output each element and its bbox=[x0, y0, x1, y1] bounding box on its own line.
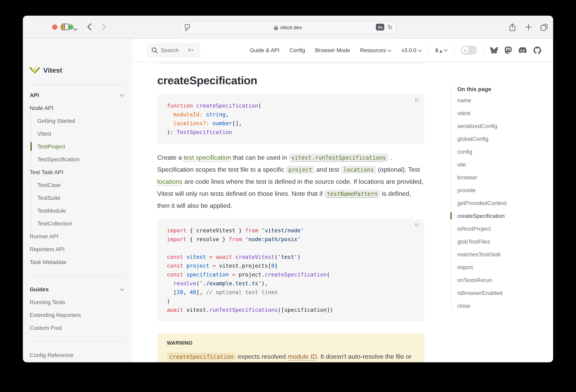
outline-item-close[interactable]: close bbox=[457, 299, 551, 312]
outline-item-vite[interactable]: vite bbox=[457, 158, 551, 171]
doc-navbar: Search ⌘K Guide & APIConfigBrowser ModeR… bbox=[132, 38, 553, 62]
sidebar-menu-chevron-icon[interactable] bbox=[73, 25, 77, 32]
outline-item-serializedconfig[interactable]: serializedConfig bbox=[457, 120, 551, 132]
sidebar-item-label: Task Metadata bbox=[30, 259, 66, 265]
sidebar-item-testspecification[interactable]: TestSpecification bbox=[31, 153, 132, 166]
sidebar-subitems: TestCaseTestSuiteTestModuleTestCollectio… bbox=[31, 179, 132, 230]
nav-item-label: Config bbox=[289, 47, 305, 53]
search-input[interactable]: Search ⌘K bbox=[147, 43, 200, 58]
outline-item-browser[interactable]: browser bbox=[457, 171, 551, 184]
sidebar-item-test-task-api[interactable]: Test Task API bbox=[23, 166, 132, 179]
warning-text: createSpecification expects resolved mod… bbox=[167, 351, 415, 362]
code-block-example[interactable]: ts import { createVitest } from 'vitest/… bbox=[157, 219, 424, 321]
outline-item-vitest[interactable]: vitest bbox=[457, 107, 551, 120]
sidebar-item-label: Getting Started bbox=[37, 118, 75, 124]
address-bar[interactable]: vitest.dev Aa ↻ bbox=[180, 21, 396, 34]
nav-item-guide-api[interactable]: Guide & API bbox=[250, 47, 279, 53]
code-line: ): TestSpecification bbox=[167, 128, 415, 136]
sidebar-item-node-api[interactable]: Node API bbox=[23, 101, 132, 114]
sidebar-item-testsuite[interactable]: TestSuite bbox=[31, 191, 132, 204]
sidebar-item-label: Running Tests bbox=[30, 299, 65, 305]
sidebar-item-task-metadata[interactable]: Task Metadata bbox=[23, 256, 132, 269]
share-icon[interactable] bbox=[509, 23, 516, 33]
reader-view-icon[interactable] bbox=[184, 24, 191, 33]
github-icon[interactable] bbox=[533, 46, 541, 54]
sidebar: Vitest APINode APIGetting StartedVitestT… bbox=[23, 38, 132, 362]
outline-item-matchestestglob[interactable]: matchesTestGlob bbox=[457, 248, 551, 261]
divider bbox=[454, 45, 455, 55]
outline-rule bbox=[451, 85, 451, 309]
mastodon-icon[interactable] bbox=[505, 46, 512, 54]
outline-item-globtestfiles[interactable]: globTestFiles bbox=[457, 235, 551, 248]
inline-link[interactable]: locations bbox=[157, 178, 182, 185]
outline-item-createspecification[interactable]: createSpecification bbox=[457, 210, 551, 222]
sidebar-item-runner-api[interactable]: Runner API bbox=[23, 230, 132, 243]
site-title: Vitest bbox=[43, 67, 62, 75]
outline-item-isbrowserenabled[interactable]: isBrowserEnabled bbox=[457, 286, 551, 299]
inline-code-link[interactable]: testNamePattern bbox=[324, 190, 380, 197]
nav-item-browser-mode[interactable]: Browser Mode bbox=[315, 47, 350, 53]
theme-toggle[interactable]: ☼ bbox=[461, 46, 477, 55]
code-block-signature[interactable]: ts function createSpecification( moduleI… bbox=[157, 94, 424, 144]
inline-link[interactable]: test specification bbox=[184, 154, 231, 161]
translate-icon: ẍ bbox=[435, 47, 438, 53]
language-menu[interactable]: ẍA bbox=[435, 47, 448, 54]
code-line bbox=[167, 243, 415, 252]
sidebar-item-config-reference[interactable]: Config Reference bbox=[23, 349, 132, 362]
inline-code: createSpecification bbox=[167, 353, 236, 361]
sidebar-item-api[interactable]: API bbox=[23, 89, 132, 101]
sidebar-item-testmodule[interactable]: TestModule bbox=[31, 204, 132, 217]
outline-item-globalconfig[interactable]: globalConfig bbox=[457, 132, 551, 145]
sidebar-item-running-tests[interactable]: Running Tests bbox=[23, 296, 132, 308]
outline-item-provide[interactable]: provide bbox=[457, 184, 551, 197]
sidebar-item-testcase[interactable]: TestCase bbox=[31, 179, 132, 191]
article: createSpecification ts function createSp… bbox=[157, 62, 424, 362]
nav-item-label: Resources bbox=[360, 47, 386, 53]
inline-code: locations bbox=[341, 166, 376, 174]
code-line: [20, 40], // optional test lines bbox=[167, 288, 415, 297]
outline-item-isrootproject[interactable]: isRootProject bbox=[457, 222, 551, 235]
sidebar-toggle-icon[interactable] bbox=[61, 23, 69, 32]
code-line: ) bbox=[167, 297, 415, 305]
new-tab-icon[interactable] bbox=[525, 24, 532, 32]
divider bbox=[23, 269, 132, 283]
outline-item-name[interactable]: name bbox=[457, 94, 551, 107]
outline-item-config[interactable]: config bbox=[457, 145, 551, 158]
sidebar-item-testcollection[interactable]: TestCollection bbox=[31, 217, 132, 230]
outline-item-getprovidedcontext[interactable]: getProvidedContext bbox=[457, 197, 551, 210]
nav-item-resources[interactable]: Resources bbox=[360, 47, 392, 53]
sidebar-item-extending-reporters[interactable]: Extending Reporters bbox=[23, 308, 132, 321]
inline-code-link[interactable]: vitest.runTestSpecifications bbox=[289, 154, 388, 161]
sidebar-item-getting-started[interactable]: Getting Started bbox=[31, 114, 132, 127]
close-window-button[interactable] bbox=[52, 25, 57, 30]
discord-icon[interactable] bbox=[519, 47, 527, 53]
tab-overview-icon[interactable] bbox=[540, 23, 548, 32]
sidebar-item-label: Node API bbox=[30, 105, 53, 111]
reload-icon[interactable]: ↻ bbox=[388, 24, 393, 30]
code-line: await vitest.runTestSpecifications([spec… bbox=[167, 305, 415, 314]
sidebar-item-label: Runner API bbox=[30, 233, 58, 240]
sidebar-item-custom-pool[interactable]: Custom Pool bbox=[23, 321, 132, 334]
sidebar-item-vitest[interactable]: Vitest bbox=[31, 127, 132, 140]
back-button[interactable] bbox=[87, 23, 91, 32]
inline-link[interactable]: module ID bbox=[288, 353, 317, 360]
nav-item-v3-0-0[interactable]: v3.0.0 bbox=[402, 47, 422, 53]
bluesky-icon[interactable] bbox=[490, 47, 498, 54]
on-this-page-outline: On this page namevitestserializedConfigg… bbox=[451, 85, 551, 312]
site-logo[interactable]: Vitest bbox=[30, 66, 62, 75]
sidebar-item-test-api-reference[interactable]: Test API Reference bbox=[23, 362, 132, 362]
sidebar-item-testproject[interactable]: TestProject bbox=[31, 140, 132, 153]
sidebar-item-reporters-api[interactable]: Reporters API bbox=[23, 243, 132, 256]
translate-page-icon[interactable]: Aa bbox=[376, 24, 384, 30]
screen: vitest.dev Aa ↻ bbox=[0, 0, 576, 392]
outline-item-import[interactable]: import bbox=[457, 261, 551, 274]
nav-item-config[interactable]: Config bbox=[289, 47, 305, 53]
navbar-right: Guide & APIConfigBrowser ModeResourcesv3… bbox=[250, 45, 541, 55]
sidebar-item-label: API bbox=[30, 92, 39, 98]
forward-button[interactable] bbox=[102, 23, 106, 32]
text: and test bbox=[315, 166, 341, 173]
content-region: Search ⌘K Guide & APIConfigBrowser ModeR… bbox=[132, 38, 553, 362]
sidebar-item-guides[interactable]: Guides bbox=[23, 283, 132, 296]
outline-item-ontestsrerun[interactable]: onTestsRerun bbox=[457, 274, 551, 286]
code-line: import { resolve } from 'node:path/posix… bbox=[167, 235, 415, 243]
